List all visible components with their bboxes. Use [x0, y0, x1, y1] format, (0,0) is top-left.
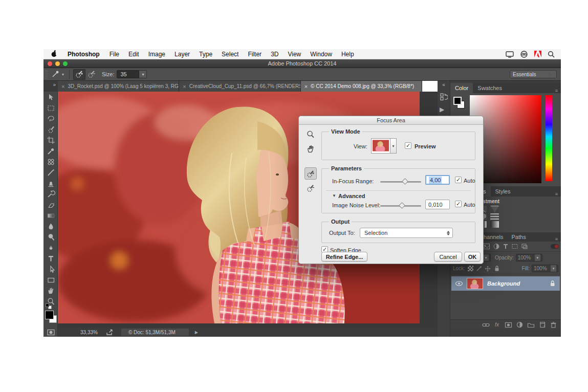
- blur-tool[interactable]: [43, 221, 58, 231]
- hue-slider[interactable]: [546, 95, 552, 181]
- dodge-tool[interactable]: [43, 231, 58, 242]
- display-icon[interactable]: [506, 51, 514, 58]
- document-tab-1[interactable]: × 3D_Rocket.psd @ 100% (Laag 5 kopiëren …: [58, 81, 179, 92]
- history-brush-tool[interactable]: [43, 188, 58, 199]
- preview-checkbox[interactable]: ✓: [405, 142, 411, 149]
- share-export-icon[interactable]: [106, 329, 114, 336]
- output-to-dropdown[interactable]: Selection: [360, 228, 453, 238]
- shape-tool[interactable]: [43, 274, 58, 285]
- panel-menu-icon[interactable]: ≡: [555, 189, 561, 197]
- menu-file[interactable]: File: [105, 49, 124, 59]
- tab-swatches[interactable]: Swatches: [473, 83, 507, 93]
- black-white-adjustment-icon[interactable]: [490, 213, 499, 220]
- new-layer-icon[interactable]: [536, 320, 548, 330]
- menu-window[interactable]: Window: [306, 49, 337, 59]
- lock-position-icon[interactable]: [485, 266, 491, 272]
- zoom-level[interactable]: 33,33%: [80, 330, 98, 335]
- menu-view[interactable]: View: [283, 49, 306, 59]
- menu-photoshop[interactable]: Photoshop: [63, 49, 105, 59]
- close-icon[interactable]: ×: [304, 83, 308, 90]
- eyedropper-tool[interactable]: [43, 145, 58, 156]
- menu-layer[interactable]: Layer: [170, 49, 194, 59]
- filter-adjustment-layers-icon[interactable]: [493, 243, 500, 250]
- marquee-tool[interactable]: [43, 102, 58, 113]
- slider-thumb[interactable]: [402, 178, 408, 185]
- image-noise-level-slider[interactable]: [380, 205, 421, 207]
- focus-area-add-brush-button[interactable]: [73, 69, 85, 80]
- layer-filter-toggle[interactable]: [551, 244, 559, 249]
- panel-menu-icon[interactable]: ≡: [555, 86, 561, 93]
- lock-transparency-icon[interactable]: [468, 266, 473, 271]
- ok-button[interactable]: OK: [464, 252, 481, 262]
- view-dropdown-arrow[interactable]: ▾: [390, 138, 397, 154]
- foreground-background-swatches[interactable]: [45, 311, 57, 324]
- gradient-tool[interactable]: [43, 210, 58, 221]
- filter-shape-layers-icon[interactable]: [511, 243, 518, 250]
- new-adjustment-layer-icon[interactable]: [514, 320, 525, 330]
- tab-paths[interactable]: Paths: [508, 232, 530, 242]
- brush-tool[interactable]: [43, 167, 58, 178]
- fill-value-dropdown[interactable]: 100% ▾: [532, 265, 558, 272]
- in-focus-range-slider[interactable]: [380, 181, 421, 183]
- dialog-hand-tool[interactable]: [304, 143, 317, 155]
- menu-3d[interactable]: 3D: [266, 49, 283, 59]
- dock-collapse-icon[interactable]: «: [438, 81, 450, 88]
- focus-area-subtract-brush-button[interactable]: [85, 69, 98, 80]
- history-panel-icon[interactable]: [440, 93, 448, 102]
- creative-cloud-icon[interactable]: [520, 51, 528, 58]
- crop-tool[interactable]: [43, 135, 58, 145]
- advanced-label[interactable]: Advanced: [338, 193, 365, 199]
- healing-brush-tool[interactable]: [43, 156, 58, 167]
- brush-size-value[interactable]: 35: [117, 70, 139, 78]
- workspace-switcher[interactable]: Essentials: [510, 70, 557, 78]
- opacity-value-dropdown[interactable]: 100% ▾: [516, 254, 542, 262]
- menu-select[interactable]: Select: [217, 49, 243, 59]
- cancel-button[interactable]: Cancel: [434, 252, 462, 262]
- close-icon[interactable]: ×: [183, 83, 186, 90]
- document-tab-3-active[interactable]: × © CC 2014 Demo 008.jpg @ 33,3% (RGB/8*…: [301, 81, 422, 92]
- menu-edit[interactable]: Edit: [124, 49, 144, 59]
- refine-edge-button[interactable]: Refine Edge...: [321, 252, 367, 262]
- layer-row-background[interactable]: Background: [451, 276, 560, 291]
- view-thumbnail-dropdown[interactable]: [371, 138, 390, 154]
- status-next-icon[interactable]: ▶: [195, 330, 198, 335]
- in-focus-auto-checkbox[interactable]: ✓: [455, 177, 462, 183]
- actions-panel-icon[interactable]: ▶: [440, 106, 448, 113]
- noise-auto-checkbox[interactable]: ✓: [455, 201, 462, 207]
- type-tool[interactable]: [43, 253, 58, 264]
- adobe-icon[interactable]: [534, 51, 541, 57]
- toolbar-collapse-header[interactable]: »: [43, 81, 58, 92]
- hand-tool[interactable]: [43, 285, 58, 296]
- layer-style-fx-icon[interactable]: fx: [491, 320, 503, 330]
- pen-tool[interactable]: [43, 242, 58, 253]
- menu-type[interactable]: Type: [194, 49, 217, 59]
- menu-filter[interactable]: Filter: [243, 49, 266, 59]
- slider-thumb[interactable]: [399, 202, 406, 209]
- clone-stamp-tool[interactable]: [43, 178, 58, 188]
- filter-smart-object-icon[interactable]: [521, 243, 528, 250]
- dialog-focus-add-brush-tool[interactable]: [304, 167, 317, 180]
- path-selection-tool[interactable]: [43, 264, 58, 274]
- spotlight-search-icon[interactable]: [548, 51, 555, 58]
- lock-all-icon[interactable]: [494, 265, 500, 272]
- layer-visibility-eye-icon[interactable]: [455, 280, 463, 287]
- add-layer-mask-icon[interactable]: [503, 320, 514, 330]
- lasso-tool[interactable]: [43, 113, 58, 124]
- menu-help[interactable]: Help: [337, 49, 359, 59]
- panel-menu-icon[interactable]: ≡: [555, 235, 561, 242]
- move-tool[interactable]: [43, 92, 58, 102]
- new-group-folder-icon[interactable]: [525, 320, 536, 330]
- close-icon[interactable]: ×: [61, 83, 64, 90]
- dialog-title-bar[interactable]: Focus Area: [299, 116, 483, 125]
- quick-mask-toggle[interactable]: [43, 326, 58, 337]
- doc-size-info[interactable]: © Doc: 51,3M/51,3M: [121, 329, 189, 336]
- window-title-bar[interactable]: Adobe Photoshop CC 2014: [43, 59, 561, 68]
- advanced-disclosure-icon[interactable]: ▼: [332, 193, 336, 198]
- options-bar-grip[interactable]: [45, 70, 48, 79]
- filter-type-layers-icon[interactable]: [503, 243, 509, 250]
- gradient-map-adjustment-icon[interactable]: [490, 221, 499, 228]
- document-tab-2[interactable]: × CreativeCloud_Cup_11.psd @ 66,7% (REND…: [179, 81, 300, 92]
- tab-color[interactable]: Color: [450, 83, 473, 93]
- dialog-focus-subtract-brush-tool[interactable]: [304, 182, 317, 194]
- lock-pixels-icon[interactable]: [476, 266, 482, 272]
